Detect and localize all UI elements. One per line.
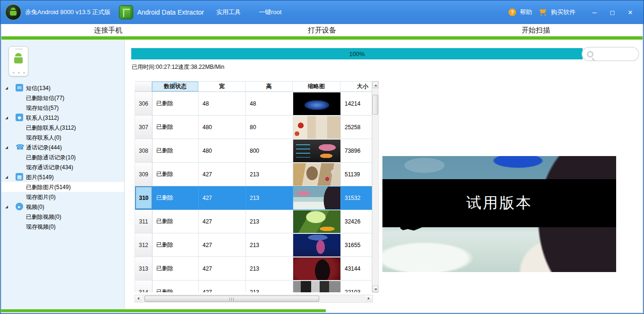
size-cell: 22103: [341, 281, 372, 292]
table-row-selected[interactable]: 310已删除42721331532: [135, 186, 379, 210]
tree-expand-icon[interactable]: [5, 87, 8, 90]
table-row[interactable]: 307已删除4808025258: [135, 116, 379, 139]
tree-expand-icon[interactable]: [5, 206, 8, 208]
status-cell: 已删除: [153, 186, 199, 209]
help-icon[interactable]: ?: [508, 8, 516, 16]
table-row[interactable]: 309已删除42721351139: [135, 163, 379, 186]
tree-item[interactable]: 现存视频(0): [1, 222, 124, 231]
tree-item-label: 现存视频(0): [26, 223, 56, 231]
tree-item[interactable]: ✉短信(134): [1, 83, 124, 93]
thumbnail-underwater-blue: [293, 234, 340, 256]
tree-expand-icon[interactable]: [5, 176, 8, 179]
column-header-5[interactable]: 大小: [340, 82, 372, 91]
maximize-button[interactable]: ◻: [609, 9, 616, 16]
status-cell: 已删除: [153, 163, 199, 186]
step-button-3[interactable]: 开始扫描: [429, 24, 643, 36]
size-cell: 51139: [341, 163, 372, 186]
column-header-rownum[interactable]: [135, 82, 152, 91]
table-row[interactable]: 308已删除48080073896: [135, 139, 379, 163]
device-icon: [8, 46, 28, 76]
vertical-scrollbar-thumb[interactable]: [373, 95, 378, 115]
vertical-scrollbar[interactable]: [372, 81, 379, 293]
scroll-left-button[interactable]: [136, 296, 142, 302]
column-header-1[interactable]: 数据状态: [152, 82, 198, 91]
progress-label: 100%: [349, 50, 364, 58]
step-button-2[interactable]: 打开设备: [215, 24, 429, 36]
width-cell: 427: [199, 257, 246, 280]
sidebar: ✉短信(134)已删除短信(77)现存短信(57)☻联系人(3112)已删除联系…: [1, 40, 125, 309]
tree-item[interactable]: 已删除视频(0): [1, 212, 124, 222]
height-cell: 213: [246, 281, 293, 292]
horizontal-scrollbar[interactable]: [135, 295, 373, 303]
tree-expand-icon[interactable]: [5, 146, 8, 149]
contacts-icon: ☻: [16, 114, 23, 121]
thumbnail-forest-green: [293, 210, 340, 233]
table-row[interactable]: 306已删除484814214: [135, 92, 379, 116]
close-button[interactable]: ✕: [627, 9, 634, 16]
thumbnail-collage-beige: [293, 163, 340, 186]
tree-item[interactable]: ▸视频(0): [1, 202, 124, 212]
results-table: 数据状态宽高缩略图大小 306已删除484814214307已删除4808025…: [135, 81, 379, 293]
tree-item[interactable]: ☻联系人(3112): [1, 113, 124, 123]
scroll-right-button[interactable]: [365, 296, 372, 302]
tree-item-label: 视频(0): [26, 203, 44, 211]
app-logo-icon: [5, 4, 21, 20]
tree-item[interactable]: 现存通话记录(434): [1, 162, 124, 172]
tree-item-selected[interactable]: 已删除图片(5149): [1, 182, 124, 192]
row-number-cell: 313: [135, 257, 153, 280]
thumbnail-collage-light: [293, 116, 340, 139]
search-input[interactable]: [596, 51, 629, 58]
search-box[interactable]: [582, 47, 639, 61]
thumbnail-cell: [293, 139, 341, 162]
horizontal-scrollbar-thumb[interactable]: [144, 296, 319, 302]
width-cell: 480: [199, 116, 246, 139]
width-cell: 48: [199, 92, 246, 115]
tree-item-label: 联系人(3112): [26, 114, 59, 122]
column-header-2[interactable]: 宽: [198, 82, 246, 91]
thumbnail-cell: [293, 92, 341, 115]
minimize-button[interactable]: ─: [591, 9, 598, 16]
size-cell: 32426: [341, 210, 372, 233]
search-icon: [587, 51, 593, 58]
tree-item[interactable]: 现存联系人(0): [1, 132, 124, 142]
size-cell: 73896: [341, 139, 372, 162]
column-header-3[interactable]: 高: [246, 82, 293, 91]
thumbnail-cell: [293, 257, 341, 280]
table-row[interactable]: 314已删除42721322103: [135, 281, 379, 292]
thumbnail-cell: [293, 186, 341, 209]
table-row[interactable]: 313已删除42721343144: [135, 257, 379, 281]
row-number-cell: 310: [135, 186, 153, 209]
trial-watermark-text: 试用版本: [466, 193, 533, 214]
tree-expand-icon[interactable]: [5, 116, 8, 119]
table-row[interactable]: 312已删除42721331655: [135, 233, 379, 257]
scroll-down-button[interactable]: [373, 286, 378, 292]
tree-item[interactable]: 现存图片(0): [1, 192, 124, 202]
tree-item[interactable]: ☎通话记录(444): [1, 142, 124, 152]
step-button-1[interactable]: 连接手机: [1, 24, 215, 36]
status-cell: 已删除: [153, 281, 199, 292]
buy-link[interactable]: 购买软件: [551, 8, 576, 17]
tree-item[interactable]: 已删除联系人(3112): [1, 123, 124, 132]
row-number-cell: 309: [135, 163, 153, 186]
tree-item-label: 已删除视频(0): [26, 213, 61, 221]
trial-watermark-band: 试用版本: [382, 179, 616, 227]
height-cell: 213: [246, 163, 293, 186]
menu-item-2[interactable]: 一键root: [259, 8, 281, 17]
tree-item[interactable]: ▦图片(5149): [1, 172, 124, 182]
column-header-4[interactable]: 缩略图: [293, 82, 340, 91]
scroll-up-button[interactable]: [373, 82, 378, 88]
videos-icon: ▸: [16, 203, 23, 210]
tree-item[interactable]: 已删除短信(77): [1, 93, 124, 103]
size-cell: 43144: [341, 257, 372, 280]
tree-item[interactable]: 现存短信(57): [1, 103, 124, 113]
table-row[interactable]: 311已删除42721332426: [135, 210, 379, 233]
step-toolbar: 连接手机打开设备开始扫描: [1, 24, 643, 36]
height-cell: 800: [246, 139, 293, 162]
cart-icon[interactable]: [539, 9, 547, 16]
image-preview: 试用版本: [382, 156, 616, 272]
help-link[interactable]: 帮助: [520, 8, 532, 17]
menu-item-1[interactable]: 实用工具: [216, 8, 241, 17]
tree-item[interactable]: 已删除通话记录(10): [1, 152, 124, 162]
height-cell: 213: [246, 210, 293, 233]
app-title: 赤兔Android 8000 v13.5 正式版: [25, 8, 110, 17]
